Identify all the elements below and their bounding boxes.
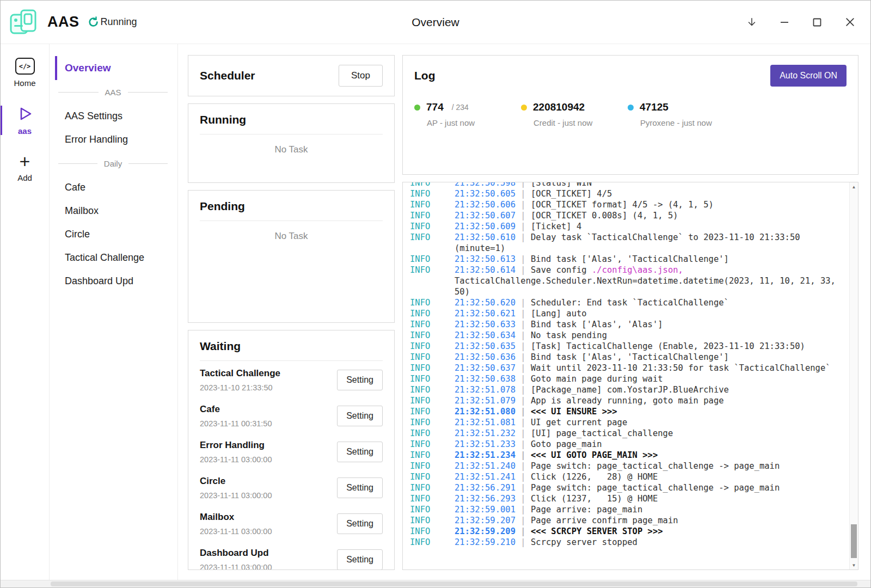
log-line: INFO21:32:50.633 | Bind task ['Alas', 'A… — [410, 319, 836, 330]
horizontal-scrollbar-thumb[interactable] — [51, 581, 857, 586]
sidebar-item-aas-settings[interactable]: AAS Settings — [55, 105, 171, 128]
log-line: INFO21:32:51.233 | Goto page_main — [410, 439, 836, 450]
log-time: 21:32:50.633 — [455, 320, 516, 329]
setting-button-dashboard-upd[interactable]: Setting — [337, 549, 383, 570]
log-scrollbar-thumb[interactable] — [851, 524, 857, 558]
sidebar-item-tactical-challenge[interactable]: Tactical Challenge — [55, 246, 171, 270]
log-time: 21:32:51.081 — [455, 418, 516, 427]
nav-item-aas-label: aas — [18, 126, 32, 136]
waiting-task-time: 2023-11-11 03:00:00 — [200, 491, 272, 500]
log-time: 21:32:50.606 — [455, 200, 516, 210]
log-scrollbar[interactable]: ▲ ▼ — [849, 182, 858, 569]
scrollbar-down-arrow-icon[interactable]: ▼ — [850, 561, 858, 569]
nav-item-aas[interactable]: aas — [1, 102, 49, 138]
log-separator: | — [516, 537, 531, 547]
log-line: INFO21:32:50.614 | Save config ./config\… — [410, 265, 836, 297]
log-body: 21:32:50.621 | [Lang] auto — [455, 308, 836, 319]
log-separator: | — [516, 396, 531, 406]
scrollbar-up-arrow-icon[interactable]: ▲ — [850, 182, 858, 191]
sidebar-item-circle[interactable]: Circle — [55, 223, 171, 246]
sidebar-item-mailbox[interactable]: Mailbox — [55, 199, 171, 223]
nav-item-home-label: Home — [14, 78, 35, 88]
log-level: INFO — [410, 384, 455, 395]
log-separator: | — [516, 363, 531, 373]
waiting-task-time: 2023-11-11 03:00:00 — [200, 563, 272, 570]
log-level: INFO — [410, 471, 455, 482]
running-status-label: Running — [101, 16, 137, 28]
maximize-button[interactable] — [811, 16, 824, 29]
horizontal-scrollbar[interactable] — [1, 580, 870, 587]
log-line: INFO21:32:51.234 | <<< UI GOTO PAGE_MAIN… — [410, 450, 836, 461]
log-stat: 47125Pyroxene - just now — [628, 101, 734, 127]
log-line: INFO21:32:56.291 | Page switch: page_tac… — [410, 482, 836, 493]
log-stat: 774/ 234AP - just now — [414, 101, 521, 127]
stat-label: AP - just now — [427, 118, 521, 127]
stat-top-row: 220810942 — [521, 101, 628, 113]
auto-scroll-button[interactable]: Auto Scroll ON — [770, 65, 847, 87]
waiting-task-info: Mailbox2023-11-11 03:00:00 — [200, 512, 272, 536]
log-line: INFO21:32:50.610 | Delay task `TacticalC… — [410, 232, 836, 254]
waiting-task-info: Cafe2023-11-11 00:31:50 — [200, 404, 272, 428]
stat-dot — [521, 105, 527, 111]
setting-button-error-handling[interactable]: Setting — [337, 442, 383, 462]
play-icon — [16, 105, 34, 122]
section-divider-line — [128, 92, 168, 93]
log-body: 21:32:59.210 | Scrcpy server stopped — [455, 537, 836, 548]
log-line: INFO21:32:51.241 | Click (1226, 28) @ HO… — [410, 471, 836, 482]
waiting-task-row: Dashboard Upd2023-11-11 03:00:00Setting — [200, 541, 383, 570]
setting-button-cafe[interactable]: Setting — [337, 406, 383, 426]
waiting-task-name: Circle — [200, 476, 272, 487]
sidebar-item-dashboard-upd[interactable]: Dashboard Upd — [55, 270, 171, 293]
log-time: 21:32:51.078 — [455, 385, 516, 395]
log-body: 21:32:50.633 | Bind task ['Alas', 'Alas'… — [455, 319, 836, 330]
stat-top-row: 47125 — [628, 101, 734, 113]
setting-button-tactical-challenge[interactable]: Setting — [337, 370, 383, 390]
log-level: INFO — [410, 341, 455, 352]
log-separator: | — [516, 254, 531, 264]
sidebar-item-cafe[interactable]: Cafe — [55, 176, 171, 199]
log-time: 21:32:50.598 — [455, 182, 516, 188]
home-code-icon: </> — [15, 58, 35, 75]
waiting-task-name: Dashboard Upd — [200, 548, 272, 559]
setting-button-circle[interactable]: Setting — [337, 477, 383, 498]
log-stats: 774/ 234AP - just now220810942Credit - j… — [414, 101, 847, 127]
minimize-button[interactable] — [778, 16, 791, 29]
sidebar-section-aas: AAS — [55, 82, 171, 102]
log-separator: | — [516, 428, 531, 438]
download-button[interactable] — [745, 16, 758, 29]
log-body: 21:32:50.607 | [OCR_TICKET 0.008s] (4, 1… — [455, 210, 836, 221]
main-content: Scheduler Stop Running No Task Pending N… — [178, 44, 870, 580]
nav-item-home[interactable]: </> Home — [1, 55, 49, 90]
waiting-task-info: Circle2023-11-11 03:00:00 — [200, 476, 272, 500]
log-separator: | — [516, 418, 531, 427]
scheduler-card: Scheduler Stop — [188, 55, 395, 96]
log-time: 21:32:50.638 — [455, 374, 516, 384]
log-output-card: INFO21:32:50.598 | [Status] WININFO21:32… — [402, 182, 858, 570]
log-level: INFO — [410, 352, 455, 363]
waiting-task-row: Cafe2023-11-11 00:31:50Setting — [200, 397, 383, 433]
stop-button[interactable]: Stop — [339, 65, 383, 87]
stat-value: 220810942 — [533, 101, 585, 113]
log-line: INFO21:32:50.635 | [Task] TacticalChalle… — [410, 341, 836, 352]
running-title: Running — [200, 113, 383, 134]
stat-dot — [414, 105, 420, 111]
titlebar: AAS Running Overview — [1, 1, 870, 44]
close-button[interactable] — [843, 16, 856, 29]
log-level: INFO — [410, 363, 455, 373]
sidebar-item-overview[interactable]: Overview — [55, 56, 171, 80]
running-status: Running — [87, 16, 137, 28]
log-line: INFO21:32:51.081 | UI get current page — [410, 417, 836, 428]
log-line: INFO21:32:50.636 | Bind task ['Alas', 'T… — [410, 352, 836, 363]
setting-button-mailbox[interactable]: Setting — [337, 513, 383, 534]
stat-dot — [628, 105, 634, 111]
log-line: INFO21:32:51.232 | [UI] page_tactical_ch… — [410, 428, 836, 439]
log-separator: | — [516, 494, 531, 504]
log-separator: | — [516, 472, 531, 482]
log-level: INFO — [410, 450, 455, 461]
log-level: INFO — [410, 406, 455, 417]
log-time: 21:32:50.634 — [455, 330, 516, 340]
sidebar-item-error-handling[interactable]: Error Handling — [55, 128, 171, 151]
log-time: 21:32:51.080 — [455, 407, 516, 416]
nav-item-add[interactable]: + Add — [1, 150, 49, 185]
log-body: 21:32:50.620 | Scheduler: End task `Tact… — [455, 297, 836, 308]
